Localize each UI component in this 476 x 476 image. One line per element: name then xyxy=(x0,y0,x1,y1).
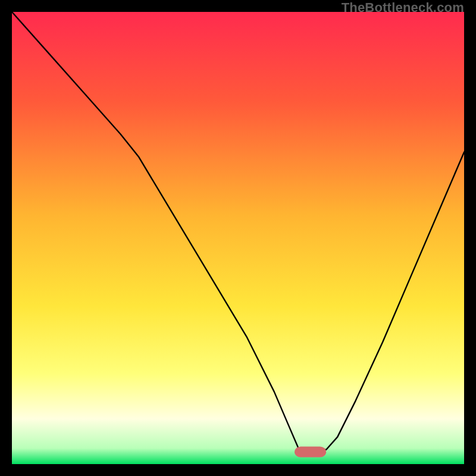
bottleneck-chart-svg xyxy=(12,12,464,464)
optimum-marker xyxy=(295,446,326,457)
chart-plot-area xyxy=(12,12,464,464)
chart-frame: TheBottleneck.com xyxy=(0,0,476,476)
watermark-text: TheBottleneck.com xyxy=(342,0,464,15)
gradient-background xyxy=(12,12,464,464)
